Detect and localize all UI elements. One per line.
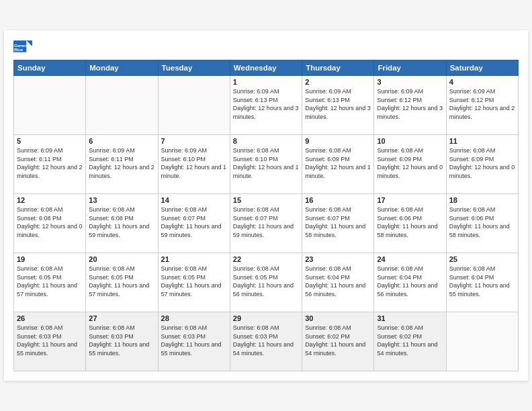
day-info: Sunrise: 6:08 AM Sunset: 6:07 PM Dayligh… [161, 205, 227, 239]
day-number: 15 [233, 196, 299, 204]
day-number: 25 [449, 255, 515, 263]
day-number: 29 [233, 314, 299, 322]
day-number: 12 [17, 196, 83, 204]
calendar-cell: 23Sunrise: 6:08 AM Sunset: 6:04 PM Dayli… [302, 253, 374, 312]
calendar-cell: 29Sunrise: 6:08 AM Sunset: 6:03 PM Dayli… [230, 312, 302, 371]
day-info: Sunrise: 6:08 AM Sunset: 6:09 PM Dayligh… [377, 146, 443, 180]
day-info: Sunrise: 6:08 AM Sunset: 6:04 PM Dayligh… [305, 265, 371, 298]
day-info: Sunrise: 6:09 AM Sunset: 6:11 PM Dayligh… [17, 146, 83, 180]
logo: General Blue [13, 37, 35, 56]
day-info: Sunrise: 6:08 AM Sunset: 6:04 PM Dayligh… [377, 265, 443, 298]
calendar-cell: 1Sunrise: 6:09 AM Sunset: 6:13 PM Daylig… [230, 76, 302, 135]
calendar-cell: 3Sunrise: 6:09 AM Sunset: 6:12 PM Daylig… [374, 76, 446, 135]
day-number: 31 [377, 314, 443, 322]
calendar-cell: 30Sunrise: 6:08 AM Sunset: 6:02 PM Dayli… [302, 312, 374, 371]
day-number: 18 [449, 196, 515, 204]
calendar-cell: 5Sunrise: 6:09 AM Sunset: 6:11 PM Daylig… [14, 135, 86, 194]
day-number: 11 [449, 137, 515, 145]
day-info: Sunrise: 6:08 AM Sunset: 6:07 PM Dayligh… [233, 205, 299, 239]
day-number: 5 [17, 137, 83, 145]
day-info: Sunrise: 6:08 AM Sunset: 6:03 PM Dayligh… [161, 324, 227, 357]
day-number: 20 [89, 255, 154, 263]
day-number: 22 [233, 255, 299, 263]
calendar-cell: 2Sunrise: 6:09 AM Sunset: 6:13 PM Daylig… [302, 76, 374, 135]
calendar-cell: 19Sunrise: 6:08 AM Sunset: 6:05 PM Dayli… [14, 253, 86, 312]
calendar-cell: 16Sunrise: 6:08 AM Sunset: 6:07 PM Dayli… [302, 194, 374, 253]
svg-text:Blue: Blue [14, 47, 24, 52]
calendar-cell: 7Sunrise: 6:09 AM Sunset: 6:10 PM Daylig… [158, 135, 230, 194]
day-number: 24 [377, 255, 443, 263]
day-number: 2 [305, 78, 371, 86]
calendar-cell: 17Sunrise: 6:08 AM Sunset: 6:06 PM Dayli… [374, 194, 446, 253]
calendar-cell: 18Sunrise: 6:08 AM Sunset: 6:06 PM Dayli… [446, 194, 518, 253]
weekday-header: Tuesday [158, 60, 230, 76]
logo-icon: General Blue [13, 37, 32, 56]
day-info: Sunrise: 6:08 AM Sunset: 6:09 PM Dayligh… [449, 146, 515, 180]
weekday-header: Monday [86, 60, 158, 76]
day-info: Sunrise: 6:08 AM Sunset: 6:03 PM Dayligh… [17, 324, 83, 357]
weekday-header: Wednesday [230, 60, 302, 76]
day-number: 26 [17, 314, 83, 322]
calendar-cell: 14Sunrise: 6:08 AM Sunset: 6:07 PM Dayli… [158, 194, 230, 253]
day-number: 17 [377, 196, 443, 204]
day-number: 14 [161, 196, 227, 204]
day-info: Sunrise: 6:09 AM Sunset: 6:13 PM Dayligh… [305, 87, 371, 121]
day-info: Sunrise: 6:08 AM Sunset: 6:05 PM Dayligh… [233, 265, 299, 298]
calendar-cell: 28Sunrise: 6:08 AM Sunset: 6:03 PM Dayli… [158, 312, 230, 371]
calendar-cell: 13Sunrise: 6:08 AM Sunset: 6:08 PM Dayli… [86, 194, 158, 253]
day-number: 23 [305, 255, 371, 263]
calendar-container: General Blue SundayMondayTuesdayWednesda… [4, 30, 528, 381]
calendar-cell: 21Sunrise: 6:08 AM Sunset: 6:05 PM Dayli… [158, 253, 230, 312]
calendar-cell: 4Sunrise: 6:09 AM Sunset: 6:12 PM Daylig… [446, 76, 518, 135]
calendar-cell: 9Sunrise: 6:08 AM Sunset: 6:09 PM Daylig… [302, 135, 374, 194]
day-info: Sunrise: 6:09 AM Sunset: 6:12 PM Dayligh… [449, 87, 515, 121]
day-number: 19 [17, 255, 83, 263]
calendar-cell: 11Sunrise: 6:08 AM Sunset: 6:09 PM Dayli… [446, 135, 518, 194]
calendar-cell: 26Sunrise: 6:08 AM Sunset: 6:03 PM Dayli… [14, 312, 86, 371]
calendar-cell [86, 76, 158, 135]
calendar-cell [158, 76, 230, 135]
calendar-cell: 24Sunrise: 6:08 AM Sunset: 6:04 PM Dayli… [374, 253, 446, 312]
calendar-header: General Blue [13, 37, 519, 56]
calendar-cell: 25Sunrise: 6:08 AM Sunset: 6:04 PM Dayli… [446, 253, 518, 312]
day-number: 6 [89, 137, 154, 145]
day-info: Sunrise: 6:09 AM Sunset: 6:12 PM Dayligh… [377, 87, 443, 121]
day-info: Sunrise: 6:08 AM Sunset: 6:05 PM Dayligh… [89, 265, 154, 298]
day-info: Sunrise: 6:08 AM Sunset: 6:07 PM Dayligh… [305, 205, 371, 239]
day-info: Sunrise: 6:08 AM Sunset: 6:04 PM Dayligh… [449, 265, 515, 298]
day-info: Sunrise: 6:08 AM Sunset: 6:08 PM Dayligh… [89, 205, 154, 239]
day-info: Sunrise: 6:08 AM Sunset: 6:10 PM Dayligh… [233, 146, 299, 180]
calendar-cell: 8Sunrise: 6:08 AM Sunset: 6:10 PM Daylig… [230, 135, 302, 194]
day-number: 4 [449, 78, 515, 86]
day-number: 9 [305, 137, 371, 145]
day-info: Sunrise: 6:09 AM Sunset: 6:10 PM Dayligh… [161, 146, 227, 180]
calendar-cell: 20Sunrise: 6:08 AM Sunset: 6:05 PM Dayli… [86, 253, 158, 312]
day-info: Sunrise: 6:08 AM Sunset: 6:05 PM Dayligh… [161, 265, 227, 298]
calendar-cell [14, 76, 86, 135]
calendar-cell: 6Sunrise: 6:09 AM Sunset: 6:11 PM Daylig… [86, 135, 158, 194]
calendar-cell: 15Sunrise: 6:08 AM Sunset: 6:07 PM Dayli… [230, 194, 302, 253]
day-info: Sunrise: 6:08 AM Sunset: 6:03 PM Dayligh… [233, 324, 299, 357]
day-number: 30 [305, 314, 371, 322]
day-info: Sunrise: 6:08 AM Sunset: 6:06 PM Dayligh… [449, 205, 515, 239]
day-info: Sunrise: 6:08 AM Sunset: 6:02 PM Dayligh… [305, 324, 371, 357]
day-number: 13 [89, 196, 154, 204]
day-info: Sunrise: 6:08 AM Sunset: 6:08 PM Dayligh… [17, 205, 83, 239]
day-number: 1 [233, 78, 299, 86]
day-info: Sunrise: 6:08 AM Sunset: 6:09 PM Dayligh… [305, 146, 371, 180]
weekday-header: Sunday [14, 60, 86, 76]
calendar-cell: 12Sunrise: 6:08 AM Sunset: 6:08 PM Dayli… [14, 194, 86, 253]
day-info: Sunrise: 6:08 AM Sunset: 6:03 PM Dayligh… [89, 324, 154, 357]
calendar-cell: 27Sunrise: 6:08 AM Sunset: 6:03 PM Dayli… [86, 312, 158, 371]
day-info: Sunrise: 6:09 AM Sunset: 6:11 PM Dayligh… [89, 146, 154, 180]
calendar-table: SundayMondayTuesdayWednesdayThursdayFrid… [13, 60, 519, 371]
day-info: Sunrise: 6:08 AM Sunset: 6:02 PM Dayligh… [377, 324, 443, 357]
calendar-cell [446, 312, 518, 371]
weekday-header: Thursday [302, 60, 374, 76]
day-number: 16 [305, 196, 371, 204]
day-number: 27 [89, 314, 154, 322]
weekday-header: Saturday [446, 60, 518, 76]
weekday-header: Friday [374, 60, 446, 76]
calendar-cell: 22Sunrise: 6:08 AM Sunset: 6:05 PM Dayli… [230, 253, 302, 312]
day-number: 10 [377, 137, 443, 145]
